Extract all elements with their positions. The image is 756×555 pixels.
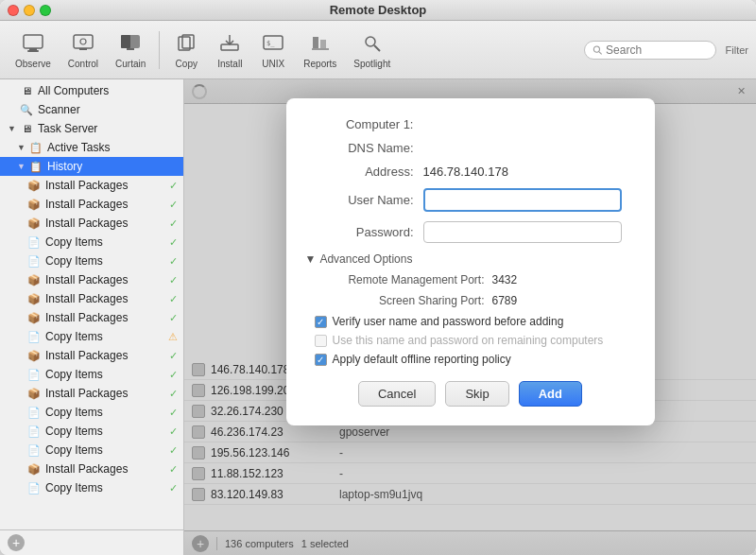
check-icon: ✓ — [166, 179, 180, 192]
sidebar-item-install-7[interactable]: 📦 Install Packages ✓ — [0, 346, 183, 365]
sidebar-item-install-6[interactable]: 📦 Install Packages ✓ — [0, 308, 183, 327]
check-icon: ✓ — [166, 254, 180, 268]
svg-rect-15 — [320, 40, 326, 48]
sidebar-item-history[interactable]: ▼ 📋 History — [0, 157, 183, 176]
svg-rect-3 — [74, 35, 93, 48]
verify-checkbox[interactable]: ✓ — [315, 316, 327, 328]
check-icon: ✓ — [166, 387, 180, 400]
toolbar-separator-1 — [159, 31, 160, 69]
check-icon: ✓ — [166, 368, 180, 381]
sidebar-item-install-1[interactable]: 📦 Install Packages ✓ — [0, 176, 183, 195]
unix-button[interactable]: $_ UNIX — [252, 26, 294, 73]
check-icon: ✓ — [166, 443, 180, 457]
sidebar-item-install-2[interactable]: 📦 Install Packages ✓ — [0, 195, 183, 214]
sidebar-item-label: Copy Items — [45, 443, 166, 457]
svg-rect-1 — [29, 48, 37, 50]
sidebar-item-label: Task Server — [38, 122, 180, 135]
advanced-toggle[interactable]: ▼ Advanced Options — [305, 252, 636, 266]
unix-icon: $_ — [260, 30, 286, 57]
svg-point-20 — [593, 46, 599, 52]
sidebar-item-copy-8[interactable]: 📄 Copy Items ✓ — [0, 478, 183, 497]
check-icon: ✓ — [166, 273, 180, 286]
username-input[interactable] — [423, 188, 622, 212]
use-password-checkbox[interactable] — [315, 335, 327, 347]
package-icon: 📦 — [26, 461, 42, 477]
sidebar-item-install-4[interactable]: 📦 Install Packages ✓ — [0, 270, 183, 289]
reports-button[interactable]: Reports — [296, 26, 344, 73]
password-field[interactable]: Password: — [305, 221, 636, 243]
sidebar-item-label: Copy Items — [45, 254, 166, 268]
titlebar: Remote Desktop — [0, 0, 756, 21]
sidebar-item-scanner[interactable]: 🔍 Scanner — [0, 100, 183, 119]
use-password-label: Use this name and password on remaining … — [333, 334, 604, 347]
control-button[interactable]: Control — [60, 26, 106, 73]
search-box[interactable] — [584, 41, 716, 60]
main-content: 🖥 All Computers 🔍 Scanner ▼ 🖥 Task Serve… — [0, 79, 756, 555]
apply-policy-checkbox-row[interactable]: ✓ Apply default offline reporting policy — [305, 353, 636, 366]
svg-rect-2 — [27, 50, 39, 52]
sidebar-item-copy-3[interactable]: 📄 Copy Items ⚠ — [0, 327, 183, 346]
advanced-fields: Remote Management Port: 3432 Screen Shar… — [305, 273, 636, 307]
sidebar-item-copy-4[interactable]: 📄 Copy Items ✓ — [0, 365, 183, 384]
close-button[interactable] — [8, 5, 19, 16]
sidebar-item-install-3[interactable]: 📦 Install Packages ✓ — [0, 214, 183, 233]
install-icon — [216, 30, 243, 57]
checkmark-icon: ✓ — [317, 317, 324, 327]
minimize-button[interactable] — [24, 5, 35, 16]
curtain-icon — [117, 30, 144, 57]
spotlight-button[interactable]: Spotlight — [346, 26, 398, 73]
copy-icon — [173, 30, 199, 57]
maximize-button[interactable] — [40, 5, 51, 16]
computer-icon: 🖥 — [19, 83, 34, 98]
sidebar-item-copy-6[interactable]: 📄 Copy Items ✓ — [0, 422, 183, 441]
sidebar-item-install-8[interactable]: 📦 Install Packages ✓ — [0, 384, 183, 403]
sidebar-item-task-server[interactable]: ▼ 🖥 Task Server — [0, 119, 183, 138]
sidebar-item-copy-5[interactable]: 📄 Copy Items ✓ — [0, 403, 183, 422]
sidebar-item-install-9[interactable]: 📦 Install Packages ✓ — [0, 460, 183, 478]
svg-rect-7 — [121, 35, 130, 48]
sidebar-item-label: Copy Items — [45, 330, 166, 343]
sidebar-item-active-tasks[interactable]: ▼ 📋 Active Tasks — [0, 138, 183, 157]
copy-item-icon: 📄 — [26, 424, 42, 439]
sidebar-item-copy-7[interactable]: 📄 Copy Items ✓ — [0, 441, 183, 460]
filter-label: Filter — [726, 44, 748, 56]
package-icon: 📦 — [26, 216, 42, 231]
package-icon: 📦 — [26, 291, 42, 306]
sidebar-item-label: Install Packages — [45, 311, 166, 324]
modal-buttons: Cancel Skip Add — [305, 381, 636, 407]
skip-button[interactable]: Skip — [445, 381, 508, 407]
sidebar-item-install-5[interactable]: 📦 Install Packages ✓ — [0, 289, 183, 308]
cancel-button[interactable]: Cancel — [358, 381, 436, 407]
sidebar-item-copy-2[interactable]: 📄 Copy Items ✓ — [0, 251, 183, 270]
computer-name-label: Computer 1: — [305, 117, 414, 131]
apply-policy-checkbox[interactable]: ✓ — [315, 354, 327, 366]
address-value: 146.78.140.178 — [423, 165, 508, 179]
sidebar-item-label: Copy Items — [45, 235, 166, 249]
check-icon: ✓ — [166, 406, 180, 419]
sidebar-item-copy-1[interactable]: 📄 Copy Items ✓ — [0, 233, 183, 251]
svg-line-19 — [374, 45, 380, 51]
chevron-icon: ▼ — [17, 143, 26, 152]
address-label: Address: — [305, 165, 414, 179]
sidebar-item-label: Install Packages — [45, 273, 166, 286]
verify-checkbox-row[interactable]: ✓ Verify user name and password before a… — [305, 315, 636, 328]
verify-label: Verify user name and password before add… — [333, 315, 564, 328]
advanced-section: ▼ Advanced Options Remote Management Por… — [305, 252, 636, 366]
add-button[interactable]: Add — [519, 381, 582, 407]
copy-item-icon: 📄 — [26, 442, 42, 458]
copy-item-icon: 📄 — [26, 253, 42, 269]
use-password-checkbox-row[interactable]: Use this name and password on remaining … — [305, 334, 636, 347]
screen-sharing-label: Screen Sharing Port: — [315, 294, 485, 307]
install-button[interactable]: Install — [209, 26, 250, 73]
copy-item-icon: 📄 — [26, 405, 42, 420]
curtain-button[interactable]: Curtain — [108, 26, 153, 73]
sidebar-item-all-computers[interactable]: 🖥 All Computers — [0, 81, 183, 100]
password-input[interactable] — [423, 221, 622, 243]
add-sidebar-button[interactable]: + — [8, 534, 25, 551]
copy-button[interactable]: Copy — [165, 26, 207, 73]
observe-button[interactable]: Observe — [8, 26, 59, 73]
warn-icon: ⚠ — [166, 330, 180, 343]
username-field[interactable]: User Name: — [305, 188, 636, 212]
search-input[interactable] — [606, 43, 707, 57]
spotlight-label: Spotlight — [353, 59, 390, 69]
